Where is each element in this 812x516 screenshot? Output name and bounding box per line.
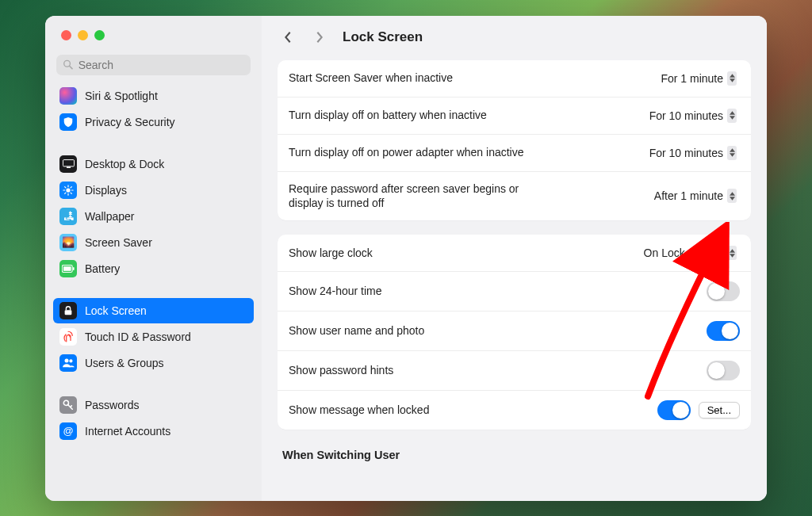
- sidebar-item-passwords[interactable]: Passwords: [53, 392, 254, 418]
- svg-marker-28: [730, 249, 735, 252]
- setting-label: Show 24-hour time: [289, 284, 382, 299]
- dropdown-picker[interactable]: After 1 minute: [651, 187, 740, 204]
- svg-rect-3: [67, 166, 71, 168]
- sidebar-item-label: Screen Saver: [85, 236, 152, 249]
- picker-value: For 10 minutes: [649, 147, 723, 159]
- search-input[interactable]: [79, 59, 244, 71]
- sidebar-item-label: Internet Accounts: [85, 425, 170, 438]
- sidebar-item-label: Users & Groups: [85, 357, 164, 369]
- toggle-switch[interactable]: [707, 281, 740, 301]
- svg-marker-23: [730, 116, 735, 119]
- forward-button[interactable]: [311, 29, 328, 46]
- svg-marker-24: [730, 148, 735, 151]
- users-icon: [59, 354, 77, 372]
- sidebar-item-lockscreen[interactable]: Lock Screen: [53, 298, 254, 323]
- svg-rect-14: [73, 267, 75, 270]
- svg-point-17: [64, 359, 68, 363]
- sidebar-item-touchid[interactable]: Touch ID & Password: [53, 324, 254, 350]
- svg-marker-26: [730, 192, 735, 195]
- minimize-button[interactable]: [78, 30, 88, 40]
- display-row-3: Show password hints: [278, 351, 751, 391]
- sidebar-item-screensaver[interactable]: 🌄Screen Saver: [53, 230, 254, 255]
- back-button[interactable]: [279, 29, 297, 46]
- svg-marker-25: [730, 153, 735, 156]
- sidebar-item-label: Lock Screen: [85, 304, 147, 317]
- sidebar-item-battery[interactable]: Battery: [53, 256, 254, 281]
- system-settings-window: Siri & SpotlightPrivacy & SecurityDeskto…: [45, 16, 767, 501]
- sidebar-item-label: Battery: [85, 262, 120, 275]
- display-row-0: Show large clockOn Lock Screen: [278, 235, 751, 272]
- dropdown-picker[interactable]: For 1 minute: [657, 70, 740, 87]
- dropdown-picker[interactable]: For 10 minutes: [646, 144, 740, 162]
- section-heading-switching: When Switching User: [278, 444, 751, 469]
- timing-row-0: Start Screen Saver when inactiveFor 1 mi…: [278, 60, 751, 97]
- sidebar-item-label: Displays: [85, 184, 127, 197]
- search-field[interactable]: [56, 55, 251, 75]
- window-controls: [45, 25, 262, 55]
- sidebar-item-label: Wallpaper: [85, 210, 135, 223]
- dropdown-picker[interactable]: For 10 minutes: [646, 107, 740, 124]
- svg-marker-27: [730, 197, 735, 200]
- sidebar-item-label: Siri & Spotlight: [85, 90, 158, 102]
- passwords-icon: [59, 396, 77, 414]
- sidebar-item-internet[interactable]: @Internet Accounts: [53, 419, 254, 444]
- sidebar: Siri & SpotlightPrivacy & SecurityDeskto…: [45, 16, 262, 501]
- settings-group-display: Show large clockOn Lock ScreenShow 24-ho…: [278, 235, 751, 430]
- sidebar-item-label: Touch ID & Password: [85, 331, 191, 343]
- sidebar-item-displays[interactable]: Displays: [53, 178, 254, 203]
- privacy-icon: [59, 113, 77, 131]
- picker-value: On Lock Screen: [644, 247, 723, 259]
- siri-icon: [59, 87, 77, 105]
- sidebar-item-label: Passwords: [85, 399, 139, 411]
- dropdown-picker[interactable]: On Lock Screen: [641, 244, 740, 262]
- close-button[interactable]: [61, 30, 71, 40]
- sidebar-item-privacy[interactable]: Privacy & Security: [53, 109, 254, 135]
- setting-label: Show message when locked: [289, 403, 429, 418]
- set-button[interactable]: Set...: [699, 402, 740, 419]
- svg-rect-2: [63, 159, 74, 166]
- sidebar-item-wallpaper[interactable]: 🏞Wallpaper: [53, 204, 254, 229]
- toggle-switch[interactable]: [707, 361, 740, 380]
- svg-rect-15: [63, 266, 71, 271]
- wallpaper-icon: 🏞: [59, 208, 77, 225]
- header: Lock Screen: [262, 16, 767, 55]
- setting-label: Turn display off on power adapter when i…: [289, 145, 524, 160]
- page-title: Lock Screen: [343, 29, 423, 45]
- setting-label: Show large clock: [289, 246, 373, 261]
- sidebar-item-label: Privacy & Security: [85, 116, 175, 128]
- setting-label: Start Screen Saver when inactive: [289, 71, 453, 86]
- display-row-2: Show user name and photo: [278, 312, 751, 351]
- toggle-switch[interactable]: [707, 321, 740, 341]
- svg-line-10: [71, 193, 71, 193]
- fullscreen-button[interactable]: [94, 30, 105, 40]
- sidebar-item-users[interactable]: Users & Groups: [53, 350, 254, 376]
- screensaver-icon: 🌄: [59, 234, 77, 251]
- lockscreen-icon: [59, 302, 77, 319]
- sidebar-item-label: Desktop & Dock: [85, 158, 164, 170]
- svg-point-4: [66, 188, 70, 192]
- settings-main: Start Screen Saver when inactiveFor 1 mi…: [262, 55, 767, 501]
- svg-marker-22: [730, 111, 735, 114]
- display-row-4: Show message when lockedSet...: [278, 391, 751, 430]
- toggle-switch[interactable]: [657, 400, 691, 420]
- sidebar-item-siri[interactable]: Siri & Spotlight: [53, 83, 254, 109]
- content-pane: Lock Screen Start Screen Saver when inac…: [262, 16, 767, 501]
- displays-icon: [59, 182, 77, 199]
- setting-label: Turn display off on battery when inactiv…: [289, 108, 487, 123]
- battery-icon: [59, 260, 77, 277]
- desktop-icon: [59, 155, 77, 173]
- svg-rect-16: [65, 310, 72, 315]
- picker-value: For 1 minute: [661, 72, 723, 85]
- svg-line-9: [65, 186, 66, 187]
- svg-marker-20: [730, 74, 735, 77]
- timing-row-3: Require password after screen saver begi…: [278, 172, 751, 221]
- svg-line-12: [71, 186, 71, 187]
- internet-icon: @: [59, 422, 77, 440]
- sidebar-list: Siri & SpotlightPrivacy & SecurityDeskto…: [45, 83, 262, 501]
- setting-label: Show user name and photo: [289, 323, 424, 338]
- touchid-icon: [59, 328, 77, 346]
- timing-row-1: Turn display off on battery when inactiv…: [278, 97, 751, 135]
- settings-group-timing: Start Screen Saver when inactiveFor 1 mi…: [278, 60, 751, 221]
- sidebar-item-desktop[interactable]: Desktop & Dock: [53, 151, 254, 177]
- display-row-1: Show 24-hour time: [278, 272, 751, 312]
